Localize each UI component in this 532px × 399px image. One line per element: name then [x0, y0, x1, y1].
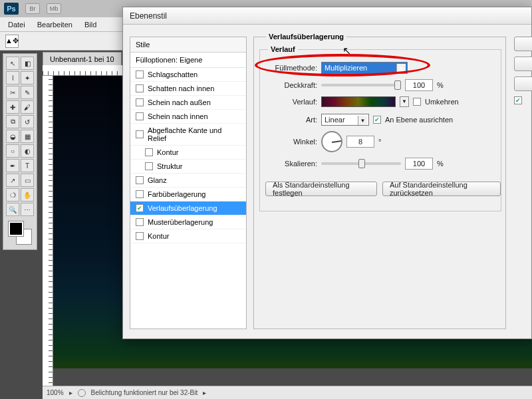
style-label: Schein nach innen	[148, 112, 208, 120]
gradient-label: Verlauf:	[264, 98, 317, 106]
hand-tool[interactable]: ✋	[21, 188, 34, 201]
style-item-6[interactable]: Struktur	[130, 160, 246, 174]
eyedropper-tool[interactable]: ✎	[21, 86, 34, 99]
fg-color-swatch[interactable]	[9, 221, 23, 236]
style-checkbox[interactable]	[136, 176, 144, 184]
style-label: Schlagschatten	[148, 70, 198, 78]
scale-label: Skalieren:	[264, 160, 317, 168]
styles-header[interactable]: Stile	[130, 37, 246, 53]
shape-tool[interactable]: ▭	[21, 174, 34, 187]
style-checkbox[interactable]	[145, 148, 153, 156]
gradient-dropdown-arrow[interactable]: ▼	[400, 96, 409, 107]
style-label: Musterüberlagerung	[148, 218, 213, 226]
style-item-5[interactable]: Kontur	[130, 146, 246, 160]
lasso-tool[interactable]: ⌇	[6, 71, 19, 84]
style-item-2[interactable]: Schein nach außen	[130, 96, 246, 110]
eraser-tool[interactable]: ◒	[6, 130, 19, 143]
reverse-checkbox[interactable]	[413, 98, 421, 106]
menu-image[interactable]: Bild	[84, 21, 96, 29]
style-item-4[interactable]: Abgeflachte Kante und Relief	[130, 124, 246, 146]
settings-panel: Verlaufsüberlagerung Verlauf Füllmethode…	[253, 37, 506, 329]
style-checkbox[interactable]	[136, 130, 144, 138]
dialog-button-1[interactable]	[514, 37, 532, 51]
style-checkbox[interactable]	[136, 218, 144, 226]
align-label: An Ebene ausrichten	[385, 116, 453, 124]
history-brush-tool[interactable]: ↺	[21, 115, 34, 128]
move-tool[interactable]: ↖	[6, 57, 19, 70]
style-label: Verlaufsüberlagerung	[148, 204, 217, 212]
scale-unit: %	[437, 160, 444, 168]
scale-slider[interactable]	[321, 162, 401, 165]
preview-checkbox[interactable]	[514, 96, 522, 104]
stamp-tool[interactable]: ⧉	[6, 115, 19, 128]
zoom-tool[interactable]: 🔍	[6, 203, 19, 216]
style-item-8[interactable]: Farbüberlagerung	[130, 188, 246, 201]
align-checkbox[interactable]	[373, 116, 381, 124]
wand-tool[interactable]: ✦	[21, 71, 34, 84]
reset-default-button[interactable]: Auf Standardeinstellung zurücksetzen	[382, 182, 501, 196]
crop-tool[interactable]: ✂	[6, 86, 19, 99]
angle-value[interactable]: 8	[346, 136, 374, 148]
dialog-button-2[interactable]: A	[514, 57, 532, 71]
marquee-tool[interactable]: ◧	[21, 57, 34, 70]
path-tool[interactable]: ↗	[6, 174, 19, 187]
style-item-7[interactable]: Glanz	[130, 174, 246, 188]
opacity-slider[interactable]	[321, 84, 401, 86]
type-tool[interactable]: T	[21, 159, 34, 172]
style-checkbox[interactable]	[145, 162, 153, 170]
pen-tool[interactable]: ✒	[6, 159, 19, 172]
menu-file[interactable]: Datei	[8, 21, 25, 29]
blend-mode-dropdown[interactable]: Multiplizieren▼	[321, 62, 408, 74]
style-label: Farbüberlagerung	[148, 190, 205, 198]
style-checkbox[interactable]	[136, 84, 144, 92]
angle-unit: °	[378, 138, 381, 146]
scale-value[interactable]: 100	[405, 158, 433, 170]
style-item-0[interactable]: Schlagschatten	[130, 68, 246, 82]
style-checkbox[interactable]	[136, 232, 144, 240]
style-checkbox[interactable]	[136, 70, 144, 78]
fill-options[interactable]: Fülloptionen: Eigene	[130, 53, 246, 68]
blur-tool[interactable]: ○	[6, 144, 19, 158]
style-item-9[interactable]: Verlaufsüberlagerung	[130, 201, 246, 215]
bridge-badge[interactable]: Br	[25, 3, 40, 14]
brush-tool[interactable]: 🖌	[21, 100, 34, 114]
menu-edit[interactable]: Bearbeiten	[37, 21, 72, 29]
color-swatches[interactable]	[6, 220, 34, 247]
style-checkbox[interactable]	[136, 112, 144, 120]
style-label: Schatten nach innen	[148, 84, 214, 92]
dialog-button-3[interactable]: N	[514, 76, 532, 91]
opacity-value[interactable]: 100	[405, 79, 433, 91]
style-checkbox[interactable]	[136, 204, 144, 212]
angle-label: Winkel:	[264, 138, 317, 146]
fieldset-title: Verlauf	[268, 45, 298, 53]
style-label: Glanz	[148, 176, 167, 184]
style-checkbox[interactable]	[136, 98, 144, 106]
make-default-button[interactable]: Als Standardeinstellung festlegen	[265, 182, 377, 196]
style-label: Kontur	[148, 232, 169, 240]
style-item-10[interactable]: Musterüberlagerung	[130, 215, 246, 229]
gradient-tool[interactable]: ▦	[21, 130, 34, 143]
heal-tool[interactable]: ✚	[6, 100, 19, 114]
document-tab[interactable]: Unbenannt-1 bei 10	[43, 52, 122, 65]
style-label: Kontur	[157, 148, 178, 156]
status-message: Belichtung funktioniert nur bei 32-Bit	[91, 389, 198, 396]
angle-dial[interactable]	[321, 131, 342, 152]
toolbox: ↖ ◧ ⌇ ✦ ✂ ✎ ✚ 🖌 ⧉ ↺ ◒ ▦ ○ ◐ ✒ T ↗ ▭ ❍ ✋ …	[3, 53, 37, 250]
dodge-tool[interactable]: ◐	[21, 144, 34, 158]
style-item-11[interactable]: Kontur	[130, 229, 246, 243]
gradient-style-dropdown[interactable]: Linear▼	[321, 114, 369, 126]
minibridge-badge[interactable]: Mb	[47, 3, 61, 14]
extra-tool[interactable]: ⋯	[21, 203, 34, 216]
layer-style-dialog: Ebenenstil Stile Fülloptionen: Eigene Sc…	[122, 7, 532, 339]
gradient-preview[interactable]	[321, 96, 396, 107]
styles-list: Stile Fülloptionen: Eigene Schlagschatte…	[130, 37, 247, 329]
style-label: Schein nach außen	[148, 98, 211, 106]
style-checkbox[interactable]	[136, 190, 144, 198]
3d-tool[interactable]: ❍	[6, 188, 19, 201]
chevron-down-icon: ▼	[396, 64, 406, 73]
style-item-3[interactable]: Schein nach innen	[130, 110, 246, 124]
style-item-1[interactable]: Schatten nach innen	[130, 82, 246, 96]
zoom-level[interactable]: 100%	[47, 389, 64, 396]
move-tool-icon[interactable]: ▲✥	[5, 35, 19, 48]
app-badge: Ps	[4, 3, 19, 15]
